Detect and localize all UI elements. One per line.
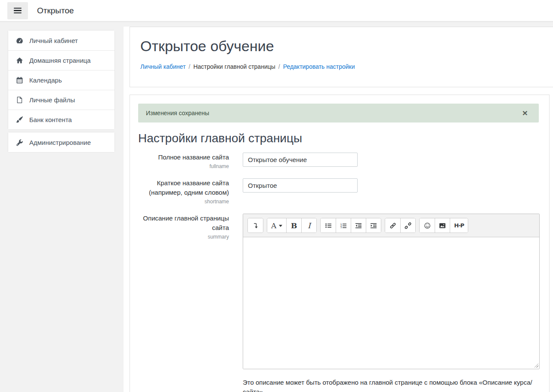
image-icon (439, 222, 446, 229)
chevron-down-icon (279, 225, 282, 229)
sidebar-item-calendar[interactable]: Календарь (8, 70, 114, 90)
alert-close-button[interactable]: × (522, 110, 531, 116)
breadcrumb-item-frontpage-settings: Настройки главной страницы (193, 63, 275, 70)
hamburger-icon (14, 8, 22, 9)
form-row-shortname: Краткое название сайта (например, одним … (138, 178, 539, 205)
calendar-icon (16, 77, 23, 84)
site-brand-link[interactable]: Открытое (37, 6, 74, 15)
resize-handle[interactable] (534, 363, 538, 368)
indent-icon (370, 222, 377, 229)
page-header-card: Открытое обучение Личный кабинет/Настрой… (130, 27, 553, 87)
sidebar-item-label: Личный кабинет (29, 37, 78, 44)
sidebar-item-home[interactable]: Домашняя страница (8, 50, 114, 70)
editor-toolbar: A B I (243, 214, 539, 237)
sidebar-item-content-bank[interactable]: Банк контента (8, 110, 114, 129)
ordered-list-button[interactable]: 123 (336, 218, 351, 233)
breadcrumb: Личный кабинет/Настройки главной страниц… (140, 62, 545, 71)
form-row-fullname: Полное название сайта fullname (138, 153, 539, 170)
editor-content-area[interactable] (243, 237, 539, 369)
smiley-icon (424, 222, 431, 229)
outdent-button[interactable] (351, 218, 366, 233)
indent-button[interactable] (366, 218, 381, 233)
settings-form-card: Изменения сохранены × Настройки главной … (130, 95, 550, 392)
emoticon-button[interactable] (420, 218, 435, 233)
main-region: Открытое обучение Личный кабинет/Настрой… (124, 21, 553, 392)
dashboard-icon (16, 37, 23, 44)
wrench-icon (16, 139, 23, 146)
shortname-label: Краткое название сайта (138, 178, 229, 188)
drawer-admin-group: Администрирование (8, 132, 115, 153)
close-icon: × (522, 108, 528, 118)
shortname-key: shortname (138, 198, 229, 205)
sidebar-item-label: Домашняя страница (29, 57, 91, 64)
sidebar-item-private-files[interactable]: Личные файлы (8, 90, 114, 110)
section-title: Настройки главной страницы (138, 131, 539, 146)
letter-a-icon: A (271, 221, 276, 230)
breadcrumb-link-dashboard[interactable]: Личный кабинет (140, 63, 185, 70)
unlink-button[interactable] (400, 218, 415, 233)
hamburger-button[interactable] (7, 2, 28, 19)
summary-label: Описание главной страницы сайта (138, 214, 229, 233)
breadcrumb-separator: / (188, 63, 190, 70)
atto-editor: A B I (243, 214, 540, 369)
page-gap (124, 21, 553, 27)
alert-text: Изменения сохранены (146, 110, 209, 116)
paint-brush-icon (16, 116, 23, 123)
link-icon (389, 222, 396, 229)
shortname-input[interactable] (243, 178, 358, 193)
insert-image-button[interactable] (435, 218, 450, 233)
breadcrumb-separator: / (278, 63, 280, 70)
summary-key: summary (138, 233, 229, 241)
fullname-key: fullname (138, 163, 229, 170)
bold-button[interactable]: B (286, 218, 301, 233)
home-icon (16, 57, 23, 64)
form-row-summary: Описание главной страницы сайта summary (138, 214, 539, 392)
sidebar-item-label: Администрирование (29, 139, 91, 146)
unordered-list-button[interactable] (321, 218, 336, 233)
bold-icon: B (291, 221, 297, 230)
sidebar-item-label: Личные файлы (29, 96, 75, 104)
shortname-label-line2: (например, одним словом) (138, 188, 229, 197)
numbered-list-icon: 123 (340, 222, 347, 229)
file-icon (16, 96, 23, 104)
breadcrumb-link-edit-settings[interactable]: Редактировать настройки (283, 63, 355, 70)
collapse-toolbar-button[interactable] (248, 218, 263, 233)
top-navbar: Открытое (0, 0, 553, 21)
sidebar-item-label: Банк контента (29, 116, 72, 123)
italic-icon: I (308, 221, 311, 230)
h5p-button[interactable]: H-P (450, 218, 468, 233)
unlink-icon (405, 222, 411, 229)
sidebar-item-administration[interactable]: Администрирование (8, 132, 114, 152)
italic-button[interactable]: I (301, 218, 316, 233)
sidebar-item-label: Календарь (29, 77, 62, 84)
level-down-icon (252, 222, 259, 229)
summary-help-text: Это описание может быть отображено на гл… (243, 378, 539, 392)
sidebar-item-dashboard[interactable]: Личный кабинет (8, 31, 114, 50)
drawer-main-group: Личный кабинет Домашняя страница Календа… (8, 30, 115, 130)
h5p-icon: H-P (454, 222, 464, 229)
success-alert: Изменения сохранены × (138, 104, 539, 122)
svg-text:3: 3 (340, 226, 342, 229)
link-button[interactable] (385, 218, 400, 233)
fullname-input[interactable] (243, 153, 358, 167)
font-style-button[interactable]: A (267, 218, 286, 233)
page-title: Открытое обучение (140, 37, 545, 55)
bullet-list-icon (325, 222, 332, 229)
nav-drawer: Личный кабинет Домашняя страница Календа… (0, 21, 124, 392)
outdent-icon (355, 222, 362, 229)
fullname-label: Полное название сайта (138, 153, 229, 162)
